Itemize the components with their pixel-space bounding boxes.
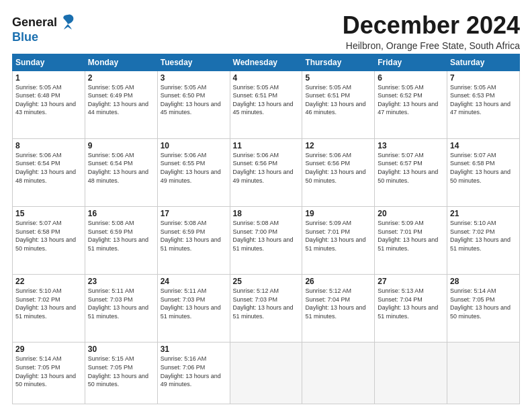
calendar-week-row: 22Sunrise: 5:10 AMSunset: 7:02 PMDayligh… bbox=[13, 275, 520, 342]
calendar-day-cell: 30Sunrise: 5:15 AMSunset: 7:05 PMDayligh… bbox=[85, 342, 157, 404]
day-number: 24 bbox=[161, 277, 227, 286]
day-number: 1 bbox=[15, 73, 82, 83]
calendar-day-cell: 18Sunrise: 5:08 AMSunset: 7:00 PMDayligh… bbox=[230, 207, 302, 275]
logo: General Blue bbox=[12, 13, 77, 43]
day-number: 25 bbox=[233, 277, 300, 286]
calendar-day-cell: 27Sunrise: 5:13 AMSunset: 7:04 PMDayligh… bbox=[375, 275, 447, 342]
day-info: Sunrise: 5:08 AMSunset: 6:59 PMDaylight:… bbox=[161, 219, 227, 253]
day-info: Sunrise: 5:06 AMSunset: 6:54 PMDaylight:… bbox=[15, 151, 82, 185]
calendar-day-cell bbox=[375, 342, 447, 404]
day-number: 20 bbox=[378, 209, 444, 218]
logo-line2: Blue bbox=[12, 31, 77, 43]
day-info: Sunrise: 5:07 AMSunset: 6:58 PMDaylight:… bbox=[15, 219, 82, 253]
weekday-header: Friday bbox=[375, 54, 447, 71]
day-info: Sunrise: 5:05 AMSunset: 6:48 PMDaylight:… bbox=[15, 83, 82, 117]
calendar-day-cell: 8Sunrise: 5:06 AMSunset: 6:54 PMDaylight… bbox=[13, 138, 85, 206]
calendar-day-cell: 12Sunrise: 5:06 AMSunset: 6:56 PMDayligh… bbox=[302, 138, 375, 206]
day-info: Sunrise: 5:12 AMSunset: 7:03 PMDaylight:… bbox=[233, 287, 300, 320]
calendar-day-cell bbox=[302, 342, 375, 404]
calendar-day-cell: 13Sunrise: 5:07 AMSunset: 6:57 PMDayligh… bbox=[375, 138, 447, 206]
day-number: 16 bbox=[88, 209, 154, 218]
calendar-day-cell: 26Sunrise: 5:12 AMSunset: 7:04 PMDayligh… bbox=[302, 275, 375, 342]
calendar-day-cell: 17Sunrise: 5:08 AMSunset: 6:59 PMDayligh… bbox=[157, 207, 230, 275]
day-number: 5 bbox=[305, 73, 371, 83]
day-number: 13 bbox=[378, 141, 444, 150]
calendar-day-cell: 2Sunrise: 5:05 AMSunset: 6:49 PMDaylight… bbox=[85, 71, 157, 138]
day-info: Sunrise: 5:05 AMSunset: 6:51 PMDaylight:… bbox=[305, 83, 371, 117]
page: General Blue December 2024 Heilbron, Ora… bbox=[0, 0, 532, 411]
calendar-day-cell: 16Sunrise: 5:08 AMSunset: 6:59 PMDayligh… bbox=[85, 207, 157, 275]
day-info: Sunrise: 5:10 AMSunset: 7:02 PMDaylight:… bbox=[450, 219, 517, 253]
calendar-day-cell: 15Sunrise: 5:07 AMSunset: 6:58 PMDayligh… bbox=[13, 207, 85, 275]
day-info: Sunrise: 5:13 AMSunset: 7:04 PMDaylight:… bbox=[378, 287, 444, 320]
day-info: Sunrise: 5:05 AMSunset: 6:53 PMDaylight:… bbox=[450, 83, 517, 117]
calendar-day-cell: 3Sunrise: 5:05 AMSunset: 6:50 PMDaylight… bbox=[157, 71, 230, 138]
day-number: 30 bbox=[88, 345, 154, 354]
day-info: Sunrise: 5:06 AMSunset: 6:56 PMDaylight:… bbox=[233, 151, 300, 185]
weekday-header: Monday bbox=[85, 54, 157, 71]
calendar-week-row: 29Sunrise: 5:14 AMSunset: 7:05 PMDayligh… bbox=[13, 342, 520, 404]
calendar-day-cell: 21Sunrise: 5:10 AMSunset: 7:02 PMDayligh… bbox=[447, 207, 520, 275]
day-number: 4 bbox=[233, 73, 300, 83]
calendar-day-cell: 22Sunrise: 5:10 AMSunset: 7:02 PMDayligh… bbox=[13, 275, 85, 342]
day-info: Sunrise: 5:15 AMSunset: 7:05 PMDaylight:… bbox=[88, 355, 154, 388]
day-number: 29 bbox=[15, 345, 82, 354]
calendar-day-cell: 11Sunrise: 5:06 AMSunset: 6:56 PMDayligh… bbox=[230, 138, 302, 206]
day-info: Sunrise: 5:11 AMSunset: 7:03 PMDaylight:… bbox=[88, 287, 154, 320]
day-number: 31 bbox=[161, 345, 227, 354]
day-number: 21 bbox=[450, 209, 517, 218]
day-info: Sunrise: 5:09 AMSunset: 7:01 PMDaylight:… bbox=[305, 219, 371, 253]
title-section: December 2024 Heilbron, Orange Free Stat… bbox=[343, 12, 520, 51]
calendar-day-cell: 14Sunrise: 5:07 AMSunset: 6:58 PMDayligh… bbox=[447, 138, 520, 206]
day-number: 14 bbox=[450, 141, 517, 150]
calendar-day-cell: 23Sunrise: 5:11 AMSunset: 7:03 PMDayligh… bbox=[85, 275, 157, 342]
day-info: Sunrise: 5:08 AMSunset: 6:59 PMDaylight:… bbox=[88, 219, 154, 253]
day-info: Sunrise: 5:11 AMSunset: 7:03 PMDaylight:… bbox=[161, 287, 227, 320]
day-info: Sunrise: 5:08 AMSunset: 7:00 PMDaylight:… bbox=[233, 219, 300, 253]
weekday-header: Thursday bbox=[302, 54, 375, 71]
day-info: Sunrise: 5:06 AMSunset: 6:56 PMDaylight:… bbox=[305, 151, 371, 185]
day-info: Sunrise: 5:16 AMSunset: 7:06 PMDaylight:… bbox=[161, 355, 227, 388]
day-number: 28 bbox=[450, 277, 517, 286]
day-info: Sunrise: 5:12 AMSunset: 7:04 PMDaylight:… bbox=[305, 287, 371, 320]
calendar-day-cell: 31Sunrise: 5:16 AMSunset: 7:06 PMDayligh… bbox=[157, 342, 230, 404]
day-info: Sunrise: 5:05 AMSunset: 6:52 PMDaylight:… bbox=[378, 83, 444, 117]
day-number: 22 bbox=[15, 277, 82, 286]
day-info: Sunrise: 5:05 AMSunset: 6:51 PMDaylight:… bbox=[233, 83, 300, 117]
day-number: 10 bbox=[161, 141, 227, 150]
day-info: Sunrise: 5:10 AMSunset: 7:02 PMDaylight:… bbox=[15, 287, 82, 320]
weekday-header: Saturday bbox=[447, 54, 520, 71]
calendar-day-cell: 7Sunrise: 5:05 AMSunset: 6:53 PMDaylight… bbox=[447, 71, 520, 138]
day-info: Sunrise: 5:07 AMSunset: 6:57 PMDaylight:… bbox=[378, 151, 444, 185]
logo-bird-icon bbox=[58, 12, 77, 31]
logo-line1: General bbox=[12, 15, 57, 30]
month-title: December 2024 bbox=[343, 12, 520, 39]
day-info: Sunrise: 5:06 AMSunset: 6:54 PMDaylight:… bbox=[88, 151, 154, 185]
calendar-day-cell: 9Sunrise: 5:06 AMSunset: 6:54 PMDaylight… bbox=[85, 138, 157, 206]
calendar-week-row: 8Sunrise: 5:06 AMSunset: 6:54 PMDaylight… bbox=[13, 138, 520, 206]
calendar-day-cell: 6Sunrise: 5:05 AMSunset: 6:52 PMDaylight… bbox=[375, 71, 447, 138]
calendar-day-cell bbox=[447, 342, 520, 404]
calendar-day-cell: 4Sunrise: 5:05 AMSunset: 6:51 PMDaylight… bbox=[230, 71, 302, 138]
day-number: 2 bbox=[88, 73, 154, 83]
day-number: 26 bbox=[305, 277, 371, 286]
day-info: Sunrise: 5:07 AMSunset: 6:58 PMDaylight:… bbox=[450, 151, 517, 185]
calendar-day-cell: 29Sunrise: 5:14 AMSunset: 7:05 PMDayligh… bbox=[13, 342, 85, 404]
weekday-header: Tuesday bbox=[157, 54, 230, 71]
weekday-header: Sunday bbox=[13, 54, 85, 71]
calendar-day-cell: 5Sunrise: 5:05 AMSunset: 6:51 PMDaylight… bbox=[302, 71, 375, 138]
day-number: 23 bbox=[88, 277, 154, 286]
day-number: 15 bbox=[15, 209, 82, 218]
weekday-header: Wednesday bbox=[230, 54, 302, 71]
calendar-week-row: 15Sunrise: 5:07 AMSunset: 6:58 PMDayligh… bbox=[13, 207, 520, 275]
day-info: Sunrise: 5:14 AMSunset: 7:05 PMDaylight:… bbox=[450, 287, 517, 320]
day-number: 3 bbox=[161, 73, 227, 83]
day-number: 7 bbox=[450, 73, 517, 83]
calendar-table: SundayMondayTuesdayWednesdayThursdayFrid… bbox=[12, 54, 520, 404]
calendar-day-cell: 10Sunrise: 5:06 AMSunset: 6:55 PMDayligh… bbox=[157, 138, 230, 206]
header: General Blue December 2024 Heilbron, Ora… bbox=[12, 12, 520, 51]
calendar-day-cell: 24Sunrise: 5:11 AMSunset: 7:03 PMDayligh… bbox=[157, 275, 230, 342]
calendar-day-cell: 25Sunrise: 5:12 AMSunset: 7:03 PMDayligh… bbox=[230, 275, 302, 342]
day-info: Sunrise: 5:06 AMSunset: 6:55 PMDaylight:… bbox=[161, 151, 227, 185]
calendar-week-row: 1Sunrise: 5:05 AMSunset: 6:48 PMDaylight… bbox=[13, 71, 520, 138]
